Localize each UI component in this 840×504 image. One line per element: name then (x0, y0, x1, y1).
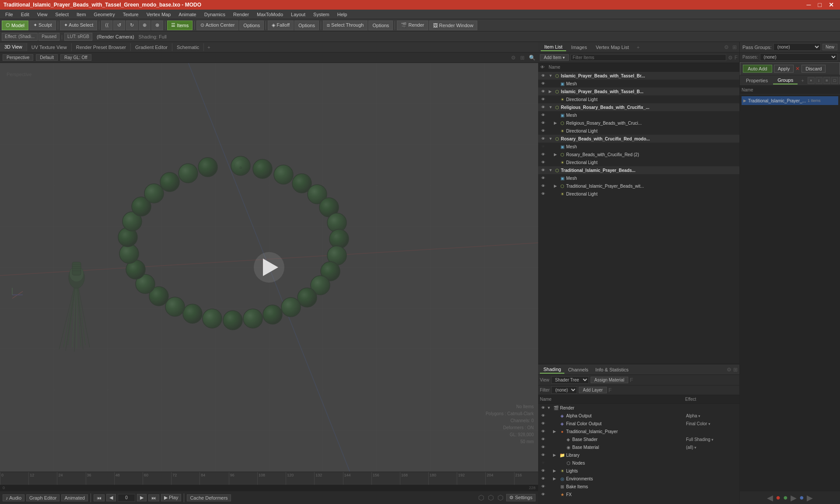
shader-collapse-icon[interactable]: ▶ (553, 469, 559, 473)
list-item[interactable]: 👁 ☀ Directional Light (538, 190, 739, 198)
item-list-settings-icon[interactable]: ⚙ (724, 44, 729, 50)
eye-icon[interactable]: 👁 (539, 192, 547, 196)
viewport-maximize-icon[interactable]: ⊞ (520, 55, 525, 61)
bottom-icon-green[interactable]: ● (783, 493, 788, 502)
groups-tree-item[interactable]: ▶ Traditional_Islamic_Prayer_... 1 Items (742, 96, 838, 105)
tab-info-statistics[interactable]: Info & Statistics (592, 366, 632, 373)
list-item[interactable]: 👁 ▣ Mesh (538, 111, 739, 119)
tab-properties[interactable]: Properties (742, 77, 772, 84)
shader-item-bake[interactable]: 👁 ⊞ Bake Items (538, 483, 739, 490)
next-frame-button[interactable]: ▶ (137, 494, 147, 501)
tab-shading[interactable]: Shading (540, 366, 564, 374)
bottom-icon-red[interactable]: ● (776, 493, 780, 502)
shader-eye-icon[interactable]: 👁 (539, 476, 547, 481)
play-transport-button[interactable]: ▶ Play (161, 494, 181, 501)
eye-icon[interactable]: 👁 (539, 89, 547, 94)
shader-tree-select[interactable]: Shader Tree (551, 376, 589, 384)
eye-icon[interactable]: 👁 (539, 121, 547, 125)
menu-vertex-map[interactable]: Vertex Map (143, 11, 175, 18)
filter-pin-icon[interactable]: F (735, 55, 738, 61)
shader-item-alpha[interactable]: 👁 ◈ Alpha Output Alpha ▾ (538, 412, 739, 420)
prop-icon-list[interactable]: ≡ (823, 77, 830, 84)
add-layer-button[interactable]: Add Layer (579, 387, 607, 393)
prop-icon-grid1[interactable]: □ (831, 77, 838, 84)
shader-collapse-icon[interactable]: ▶ (553, 476, 559, 481)
options-1-button[interactable]: Options (239, 21, 264, 30)
collapse-arrow-icon[interactable]: ▼ (549, 105, 554, 109)
menu-dynamics[interactable]: Dynamics (201, 11, 229, 18)
shader-eye-icon[interactable]: 👁 (539, 445, 547, 449)
bottom-icon-3[interactable]: ▶ (807, 493, 813, 503)
groups-tree[interactable]: ▶ Traditional_Islamic_Prayer_... 1 Items (740, 94, 840, 491)
timeline-ruler[interactable]: 0 12 24 36 48 60 72 84 96 108 120 132 14… (0, 472, 538, 485)
collapse-arrow-icon[interactable]: ▶ (554, 184, 559, 188)
timeline[interactable]: 0 12 24 36 48 60 72 84 96 108 120 132 14… (0, 472, 538, 485)
menu-edit[interactable]: Edit (18, 11, 33, 18)
list-item[interactable]: 👁 ▶ ⬡ Traditional_Islamic_Prayer_Beads_w… (538, 182, 739, 190)
maximize-button[interactable]: □ (816, 1, 824, 8)
list-item[interactable]: 👁 ▼ ⬡ Religious_Rosary_Beads_with_Crucif… (538, 103, 739, 111)
shader-item-material[interactable]: 👁 ▶ ● Traditional_Islamic_Prayer (538, 427, 739, 435)
play-button[interactable] (254, 252, 284, 283)
shader-eye-icon[interactable]: 👁 (539, 406, 547, 410)
lut-button[interactable]: LUT: sRGB (64, 33, 92, 41)
menu-maxtoModo[interactable]: MaxToModo (253, 11, 287, 18)
shader-collapse-icon[interactable]: ▼ (547, 406, 553, 410)
bottom-icon-1[interactable]: ◀ (767, 493, 773, 503)
options-2-button[interactable]: Options (294, 21, 319, 30)
tab-item-list[interactable]: Item List (541, 43, 566, 51)
filter-items-input[interactable] (570, 54, 726, 61)
render-window-button[interactable]: 🖼 Render Window (429, 21, 477, 30)
list-item[interactable]: 👁 ▶ ⬡ Islamic_Prayer_Beads_with_Tassel_B… (538, 88, 739, 95)
shader-eye-icon-hidden[interactable]: 👁 (539, 461, 547, 465)
minimize-button[interactable]: ─ (804, 1, 814, 8)
menu-system[interactable]: System (310, 11, 333, 18)
auto-add-button[interactable]: Auto Add (743, 65, 772, 73)
nav-btn-2[interactable]: ↺ (113, 21, 125, 30)
tab-panel-add[interactable]: + (634, 44, 642, 51)
bottom-icon-2[interactable]: ▶ (791, 493, 797, 503)
menu-texture[interactable]: Texture (119, 11, 142, 18)
discard-button[interactable]: Discard (802, 65, 826, 73)
menu-view[interactable]: View (34, 11, 51, 18)
tab-images[interactable]: Images (568, 44, 591, 51)
list-item[interactable]: 👁 ☀ Directional Light (538, 95, 739, 103)
shader-item-render[interactable]: 👁 ▼ 🎬 Render (538, 404, 739, 412)
menu-item[interactable]: Item (73, 11, 89, 18)
animated-button[interactable]: Animated (61, 494, 88, 501)
viewport-search-icon[interactable]: 🔍 (529, 55, 536, 61)
shader-item-lights[interactable]: 👁 ▶ ☀ Lights (538, 467, 739, 475)
pass-groups-select[interactable]: (none) (774, 43, 821, 51)
menu-render[interactable]: Render (230, 11, 252, 18)
auto-select-button[interactable]: ✦ Auto Select (60, 21, 98, 30)
list-item[interactable]: 👁 ☀ Directional Light (538, 127, 739, 135)
eye-icon-hidden[interactable]: 👁 (539, 144, 547, 149)
collapse-arrow-icon[interactable]: ▼ (549, 168, 554, 172)
tab-schematic[interactable]: Schematic (172, 43, 204, 51)
frame-input[interactable] (118, 494, 135, 502)
tab-add[interactable]: + (204, 43, 214, 51)
shader-layer-pin-icon[interactable]: F (609, 387, 612, 393)
paused-button[interactable]: Paused (38, 33, 60, 41)
eye-icon[interactable]: 👁 (539, 105, 547, 109)
options-3-button[interactable]: Options (368, 21, 393, 30)
prop-icon-swap[interactable]: ↕ (816, 77, 822, 84)
shader-eye-icon[interactable]: 👁 (539, 469, 547, 473)
graph-editor-button[interactable]: Graph Editor (26, 494, 60, 501)
falloff-button[interactable]: ◈ Falloff (268, 21, 294, 30)
perspective-button[interactable]: Perspective (3, 54, 33, 61)
list-item[interactable]: 👁 ▶ ⬡ Religious_Rosary_Beads_with_Cruci.… (538, 119, 739, 127)
list-item[interactable]: 👁 ▣ Mesh (538, 143, 739, 150)
nav-btn-3[interactable]: ↻ (126, 21, 138, 30)
shader-item-base-material[interactable]: 👁 ◉ Base Material (all) ▾ (538, 443, 739, 451)
eye-icon[interactable]: 👁 (539, 168, 547, 172)
shader-filter-select[interactable]: (none) (551, 386, 577, 394)
settings-button[interactable]: ⚙ Settings (506, 494, 536, 501)
shader-item-nodes[interactable]: 👁 ⬡ Nodes (538, 459, 739, 467)
model-mode-button[interactable]: ⬡ Model (2, 21, 28, 30)
add-item-button[interactable]: Add Item ▾ (540, 54, 569, 61)
menu-geometry[interactable]: Geometry (90, 11, 118, 18)
item-list-content[interactable]: 👁 ▼ ⬡ Islamic_Prayer_Beads_with_Tassel_B… (538, 72, 739, 364)
prev-frame-button[interactable]: ◀ (106, 494, 116, 501)
tab-groups-add[interactable]: + (798, 77, 806, 84)
